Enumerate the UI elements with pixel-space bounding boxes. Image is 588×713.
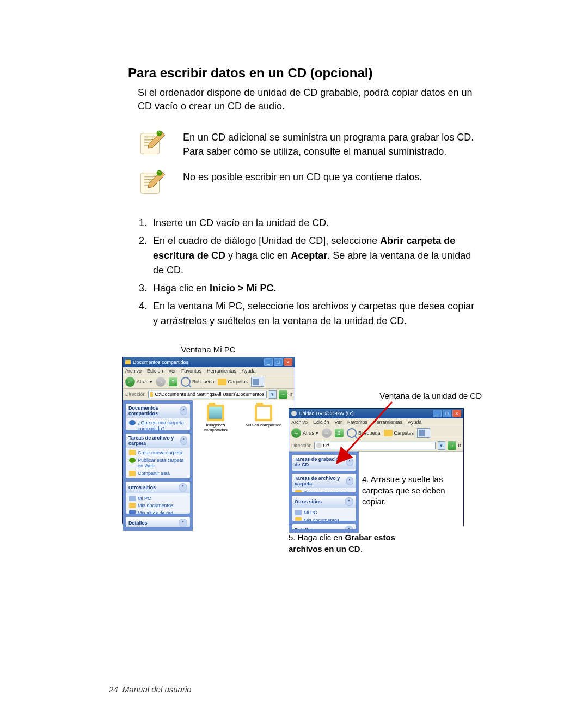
panel-head[interactable]: Detalles: [295, 527, 314, 530]
menu-ver[interactable]: Ver: [335, 419, 342, 425]
close-button[interactable]: ×: [284, 358, 292, 366]
page-number: 24: [109, 685, 118, 694]
menu-ayuda[interactable]: Ayuda: [408, 419, 421, 425]
note-text-1: En un CD adicional se suministra un prog…: [183, 129, 479, 158]
place-mydocs[interactable]: Mis documentos: [295, 517, 353, 521]
menu-ver[interactable]: Ver: [169, 368, 176, 374]
folder-icon: [295, 517, 302, 521]
panel-other-places: Otros sitios˄ Mi PC Mis documentos Mis s…: [126, 482, 190, 514]
place-mydocs[interactable]: Mis documentos: [129, 503, 187, 509]
label-mipc-window: Ventana Mi PC: [122, 345, 294, 354]
panel-other-places: Otros sitios˄ Mi PC Mis documentos Docum…: [292, 496, 356, 520]
back-button[interactable]: ←Atrás ▾: [125, 377, 152, 387]
panel-details: Detalles˅: [292, 524, 356, 530]
panel-head[interactable]: Tareas de grabación de CD: [295, 456, 346, 467]
menu-herramientas[interactable]: Herramientas: [373, 419, 402, 425]
menu-bar[interactable]: Archivo Edición Ver Favoritos Herramient…: [289, 418, 463, 426]
chevron-up-icon[interactable]: ˄: [180, 406, 187, 415]
go-button[interactable]: →: [448, 441, 456, 450]
forward-button[interactable]: →: [322, 428, 332, 438]
folder-icon: [125, 360, 131, 364]
title-text: Documentos compartidos: [133, 359, 188, 365]
titlebar[interactable]: Documentos compartidos _ □ ×: [123, 357, 295, 367]
address-input[interactable]: D:\: [314, 442, 436, 449]
chevron-up-icon[interactable]: ˄: [179, 483, 187, 492]
address-input[interactable]: C:\Documents and Settings\All Users\Docu…: [148, 391, 267, 398]
task-new-folder[interactable]: Crear nueva carpeta: [295, 490, 353, 492]
menu-herramientas[interactable]: Herramientas: [207, 368, 236, 374]
step-1: Inserte un CD vacío en la unidad de CD.: [150, 216, 479, 230]
task-what-is-shared[interactable]: ¿Qué es una carpeta compartida?: [129, 420, 187, 430]
back-button[interactable]: ←Atrás ▾: [291, 428, 318, 438]
chevron-up-icon[interactable]: ˄: [180, 436, 187, 445]
place-mipc[interactable]: Mi PC: [295, 510, 353, 516]
panel-head[interactable]: Otros sitios: [128, 485, 156, 490]
panel-head[interactable]: Detalles: [128, 520, 148, 526]
menu-archivo[interactable]: Archivo: [125, 368, 142, 374]
computer-icon: [295, 510, 302, 515]
place-network[interactable]: Mis sitios de red: [129, 510, 187, 514]
callout-step-5: 5. Haga clic en Grabar estos archivos en…: [289, 532, 430, 554]
chevron-up-icon[interactable]: ˄: [346, 477, 353, 485]
footer-text: Manual del usuario: [122, 685, 192, 694]
window-cd: Unidad DVD/CD-RW (D:) _ □ × Archivo Edic…: [289, 408, 464, 526]
task-share-folder[interactable]: Compartir esta carpeta: [129, 471, 187, 478]
help-icon: [129, 420, 136, 425]
menu-favoritos[interactable]: Favoritos: [347, 419, 367, 425]
go-button[interactable]: →: [279, 390, 287, 399]
chevron-up-icon[interactable]: ˄: [345, 497, 353, 506]
address-bar: Dirección D:\ ▾ →Ir: [289, 440, 463, 452]
folder-icon: [384, 430, 393, 436]
search-button[interactable]: Búsqueda: [181, 377, 215, 387]
maximize-button[interactable]: □: [274, 358, 283, 366]
address-dropdown[interactable]: ▾: [438, 441, 445, 450]
close-button[interactable]: ×: [452, 410, 461, 417]
cd-icon: [291, 411, 297, 416]
file-item-music[interactable]: Música compartida: [245, 405, 282, 428]
panel-file-tasks: Tareas de archivo y carpeta˄ Crear nueva…: [292, 474, 356, 492]
place-mipc[interactable]: Mi PC: [129, 496, 187, 502]
menu-bar[interactable]: Archivo Edición Ver Favoritos Herramient…: [123, 367, 295, 375]
up-button[interactable]: ↥: [169, 377, 177, 386]
search-button[interactable]: Búsqueda: [347, 428, 381, 438]
panel-head[interactable]: Tareas de archivo y carpeta: [128, 435, 180, 446]
chevron-down-icon[interactable]: ˅: [345, 526, 353, 530]
minimize-button[interactable]: _: [433, 410, 442, 417]
note-pencil-icon: [138, 168, 168, 198]
task-new-folder[interactable]: Crear nueva carpeta: [129, 450, 187, 456]
step-3: Haga clic en Inicio > Mi PC.: [150, 281, 479, 296]
panel-head[interactable]: Documentos compartidos: [128, 405, 180, 416]
address-dropdown[interactable]: ▾: [269, 390, 277, 399]
panel-head[interactable]: Otros sitios: [295, 499, 322, 504]
folders-button[interactable]: Carpetas: [384, 430, 414, 436]
file-label: Imágenes compartidas: [197, 423, 234, 432]
chevron-down-icon[interactable]: ˅: [179, 519, 187, 527]
folder-pictures-icon: [207, 405, 224, 421]
menu-favoritos[interactable]: Favoritos: [181, 368, 201, 374]
views-button[interactable]: [417, 428, 430, 438]
task-publish-web[interactable]: Publicar esta carpeta en Web: [129, 458, 187, 470]
file-list[interactable]: Imágenes compartidas Música compartida: [193, 400, 295, 531]
network-icon: [129, 510, 136, 514]
menu-edicion[interactable]: Edición: [147, 368, 163, 374]
chevron-up-icon[interactable]: ˄: [346, 458, 353, 466]
titlebar[interactable]: Unidad DVD/CD-RW (D:) _ □ ×: [289, 409, 463, 418]
minimize-button[interactable]: _: [264, 358, 273, 366]
forward-button[interactable]: →: [156, 377, 166, 387]
maximize-button[interactable]: □: [443, 410, 451, 417]
menu-edicion[interactable]: Edición: [313, 419, 329, 425]
panel-file-tasks: Tareas de archivo y carpeta˄ Crear nueva…: [126, 434, 190, 478]
step-4: En la ventana Mi PC, seleccione los arch…: [150, 299, 479, 328]
menu-ayuda[interactable]: Ayuda: [242, 368, 255, 374]
file-item-images[interactable]: Imágenes compartidas: [197, 405, 234, 432]
file-label: Música compartida: [245, 423, 281, 428]
window-mipc: Documentos compartidos _ □ × Archivo Edi…: [122, 357, 295, 524]
share-icon: [129, 471, 136, 476]
folder-icon: [295, 490, 302, 492]
views-button[interactable]: [251, 377, 264, 387]
title-text: Unidad DVD/CD-RW (D:): [299, 411, 354, 416]
up-button[interactable]: ↥: [335, 429, 344, 437]
panel-head[interactable]: Tareas de archivo y carpeta: [295, 476, 346, 486]
folders-button[interactable]: Carpetas: [218, 379, 248, 385]
menu-archivo[interactable]: Archivo: [291, 419, 308, 425]
